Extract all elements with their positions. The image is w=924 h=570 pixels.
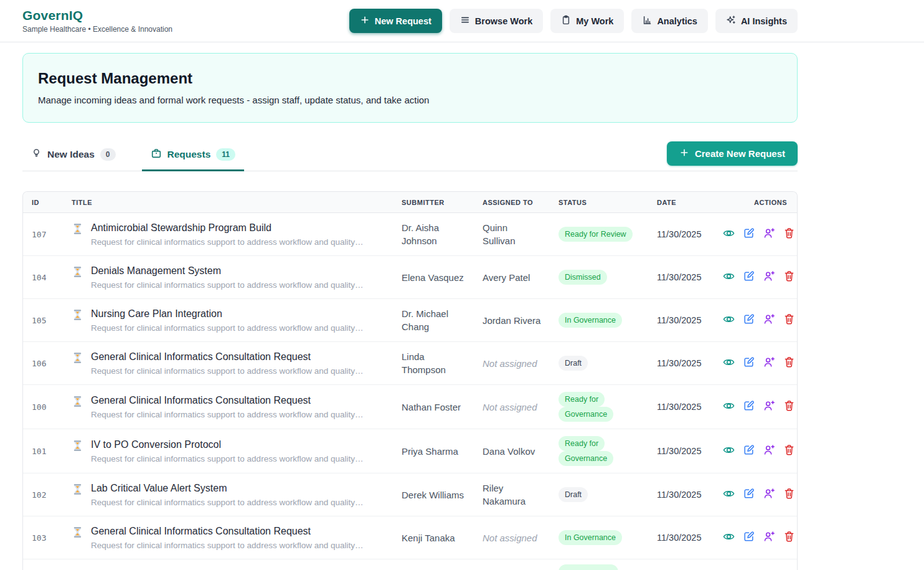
edit-button[interactable]	[743, 270, 755, 282]
assigned-to-name: Avery Patel	[474, 271, 550, 284]
table-row: 102 Lab Critical Value Alert System Requ…	[23, 473, 797, 516]
trash-icon	[784, 317, 794, 326]
edit-pencil-icon	[743, 534, 755, 544]
request-title[interactable]: General Clinical Informatics Consultatio…	[91, 351, 363, 364]
request-date: 11/30/2025	[648, 402, 714, 412]
trash-icon	[784, 274, 794, 283]
request-title[interactable]: Antimicrobial Stewardship Program Build	[91, 222, 363, 235]
assigned-to-name: Not assigned	[474, 531, 550, 544]
request-title[interactable]: Denials Management System	[91, 265, 363, 278]
edit-button[interactable]	[743, 227, 755, 239]
request-id: 106	[23, 359, 63, 368]
edit-button[interactable]	[743, 444, 755, 455]
edit-button[interactable]	[743, 531, 755, 542]
submitter-name: Elena Vasquez	[393, 271, 474, 284]
request-subtitle: Request for clinical informatics support…	[91, 498, 363, 507]
view-button[interactable]	[723, 445, 735, 455]
delete-button[interactable]	[784, 531, 794, 542]
nav-my-work-button[interactable]: My Work	[550, 9, 624, 33]
create-new-request-button[interactable]: Create New Request	[667, 141, 798, 166]
view-button[interactable]	[723, 488, 735, 499]
delete-button[interactable]	[784, 270, 794, 282]
user-plus-icon	[763, 404, 775, 413]
request-date: 11/30/2025	[648, 446, 714, 456]
nav-label: Browse Work	[475, 16, 532, 26]
view-button[interactable]	[723, 314, 735, 325]
assign-button[interactable]	[763, 531, 775, 542]
request-title[interactable]: General Clinical Informatics Consultatio…	[91, 525, 363, 538]
plus-icon	[679, 148, 689, 159]
request-title[interactable]: Lab Critical Value Alert System	[91, 482, 363, 495]
column-header-assigned-to: ASSIGNED TO	[474, 199, 550, 206]
request-title[interactable]: Nursing Care Plan Integration	[91, 308, 363, 321]
eye-icon	[723, 534, 735, 544]
sparkles-icon	[726, 15, 736, 27]
delete-button[interactable]	[784, 356, 794, 368]
view-button[interactable]	[723, 271, 735, 282]
tabs: New Ideas 0 Requests 11	[22, 140, 244, 171]
submitter-name: Dr. Michael Chang	[393, 307, 474, 333]
assign-button[interactable]	[763, 313, 775, 325]
tab-requests[interactable]: Requests 11	[142, 140, 244, 171]
delete-button[interactable]	[784, 444, 794, 455]
list-icon	[460, 15, 470, 27]
delete-button[interactable]	[784, 227, 794, 239]
edit-button[interactable]	[743, 313, 755, 325]
nav-ai-insights-button[interactable]: AI Insights	[715, 9, 798, 33]
main-content: Request Management Manage incoming ideas…	[22, 53, 798, 570]
table-row-partial	[23, 559, 797, 570]
view-button[interactable]	[723, 401, 735, 411]
hourglass-icon	[72, 265, 83, 280]
clipboard-icon	[561, 15, 571, 27]
edit-button[interactable]	[743, 356, 755, 368]
tab-new-ideas[interactable]: New Ideas 0	[22, 140, 125, 171]
nav-new-request-button[interactable]: New Request	[349, 9, 442, 33]
request-subtitle: Request for clinical informatics support…	[91, 454, 363, 463]
assigned-to-name: Quinn Sullivan	[474, 221, 550, 247]
trash-icon	[784, 360, 794, 369]
plus-icon	[360, 15, 370, 27]
edit-pencil-icon	[743, 448, 755, 457]
delete-button[interactable]	[784, 400, 794, 411]
tab-count-badge: 11	[216, 148, 235, 161]
eye-icon	[723, 404, 735, 413]
assign-button[interactable]	[763, 444, 775, 455]
request-date: 11/30/2025	[648, 229, 714, 239]
view-button[interactable]	[723, 357, 735, 368]
table-row: 101 IV to PO Conversion Protocol Request…	[23, 429, 797, 473]
table-row: 104 Denials Management System Request fo…	[23, 256, 797, 299]
status-badge: Draft	[559, 487, 588, 502]
hourglass-icon	[72, 308, 83, 323]
request-subtitle: Request for clinical informatics support…	[91, 541, 363, 550]
eye-icon	[723, 231, 735, 240]
edit-button[interactable]	[743, 488, 755, 499]
nav-browse-work-button[interactable]: Browse Work	[450, 9, 543, 33]
assign-button[interactable]	[763, 227, 775, 239]
request-title[interactable]: IV to PO Conversion Protocol	[91, 439, 363, 452]
edit-pencil-icon	[743, 492, 755, 501]
nav-label: Analytics	[657, 16, 697, 26]
assign-button[interactable]	[763, 356, 775, 368]
request-management-banner: Request Management Manage incoming ideas…	[22, 53, 798, 123]
request-title[interactable]: General Clinical Informatics Consultatio…	[91, 394, 363, 407]
delete-button[interactable]	[784, 488, 794, 499]
edit-pencil-icon	[743, 317, 755, 326]
view-button[interactable]	[723, 531, 735, 542]
trash-icon	[784, 231, 794, 240]
assign-button[interactable]	[763, 270, 775, 282]
delete-button[interactable]	[784, 313, 794, 325]
trash-icon	[784, 492, 794, 501]
table-body: 107 Antimicrobial Stewardship Program Bu…	[23, 213, 797, 570]
nav-label: AI Insights	[741, 16, 787, 26]
edit-button[interactable]	[743, 400, 755, 411]
assign-button[interactable]	[763, 400, 775, 411]
assign-button[interactable]	[763, 488, 775, 499]
request-subtitle: Request for clinical informatics support…	[91, 280, 363, 290]
view-button[interactable]	[723, 228, 735, 239]
request-id: 100	[23, 402, 63, 412]
nav-analytics-button[interactable]: Analytics	[631, 9, 707, 33]
assigned-to-name: Riley Nakamura	[474, 482, 550, 508]
tabs-bar: New Ideas 0 Requests 11 Create New Reque…	[22, 140, 798, 171]
table-row: 100 General Clinical Informatics Consult…	[23, 385, 797, 429]
hourglass-icon	[72, 351, 83, 366]
